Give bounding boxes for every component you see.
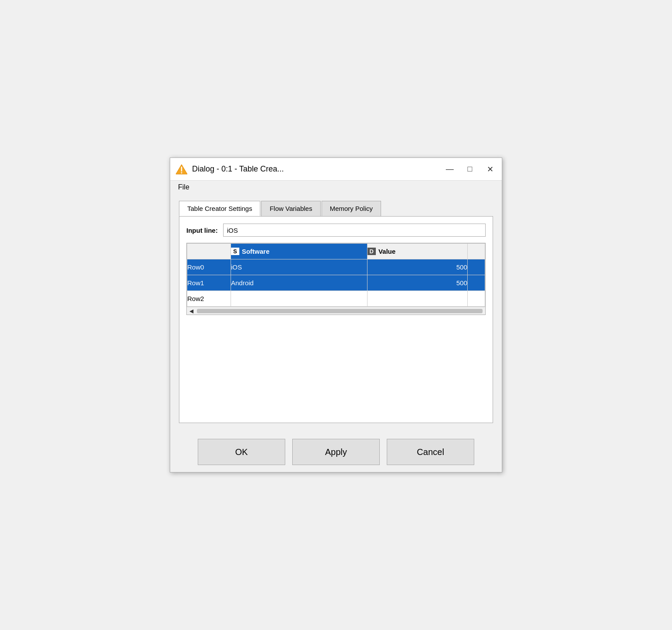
row1-value[interactable]: 500 <box>367 275 468 291</box>
col-header-extra <box>468 244 485 259</box>
software-type-badge: S <box>231 248 239 255</box>
dialog-window: Dialog - 0:1 - Table Crea... — □ ✕ File … <box>170 158 502 472</box>
data-table: S Software D Value <box>187 243 485 307</box>
value-type-badge: D <box>368 248 376 255</box>
footer-buttons: OK Apply Cancel <box>170 430 502 472</box>
apply-button[interactable]: Apply <box>292 439 380 465</box>
table-header-row: S Software D Value <box>187 244 485 259</box>
ok-button[interactable]: OK <box>198 439 285 465</box>
horizontal-scrollbar: ◀ <box>187 307 485 315</box>
file-menu[interactable]: File <box>175 182 192 192</box>
input-line-row: Input line: <box>186 224 486 237</box>
row2-software[interactable] <box>231 291 368 307</box>
row2-extra <box>468 291 485 307</box>
title-bar: Dialog - 0:1 - Table Crea... — □ ✕ <box>170 158 502 181</box>
row1-extra <box>468 275 485 291</box>
scroll-left-button[interactable]: ◀ <box>188 308 195 314</box>
dialog-body: Table Creator Settings Flow Variables Me… <box>170 194 502 430</box>
col-header-row <box>187 244 231 259</box>
row1-label: Row1 <box>187 275 231 291</box>
tab-memory-policy[interactable]: Memory Policy <box>322 201 381 216</box>
tab-table-creator-settings[interactable]: Table Creator Settings <box>179 201 260 216</box>
table-row[interactable]: Row0 iOS 500 <box>187 259 485 275</box>
data-table-container: S Software D Value <box>186 243 486 315</box>
maximize-button[interactable]: □ <box>463 163 476 176</box>
tab-content-table-creator: Input line: S Software <box>179 216 493 423</box>
table-row[interactable]: Row1 Android 500 <box>187 275 485 291</box>
svg-point-2 <box>181 172 182 173</box>
row2-label: Row2 <box>187 291 231 307</box>
window-title: Dialog - 0:1 - Table Crea... <box>192 164 443 174</box>
row2-value[interactable] <box>367 291 468 307</box>
cancel-button[interactable]: Cancel <box>387 439 474 465</box>
row1-software[interactable]: Android <box>231 275 368 291</box>
row0-value[interactable]: 500 <box>367 259 468 275</box>
window-controls: — □ ✕ <box>443 163 497 176</box>
col-header-value[interactable]: D Value <box>367 244 468 259</box>
tab-bar: Table Creator Settings Flow Variables Me… <box>179 201 493 216</box>
scrollbar-track[interactable] <box>197 309 483 313</box>
close-button[interactable]: ✕ <box>483 163 497 176</box>
value-col-label: Value <box>378 248 396 255</box>
row0-software[interactable]: iOS <box>231 259 368 275</box>
row0-label: Row0 <box>187 259 231 275</box>
col-header-software[interactable]: S Software <box>231 244 368 259</box>
app-icon <box>175 163 188 175</box>
row0-extra <box>468 259 485 275</box>
software-col-label: Software <box>242 248 270 255</box>
table-row[interactable]: Row2 <box>187 291 485 307</box>
minimize-button[interactable]: — <box>443 163 456 176</box>
input-line-field[interactable] <box>223 224 486 237</box>
input-line-label: Input line: <box>186 227 218 234</box>
menu-bar: File <box>170 181 502 194</box>
tab-flow-variables[interactable]: Flow Variables <box>261 201 320 216</box>
